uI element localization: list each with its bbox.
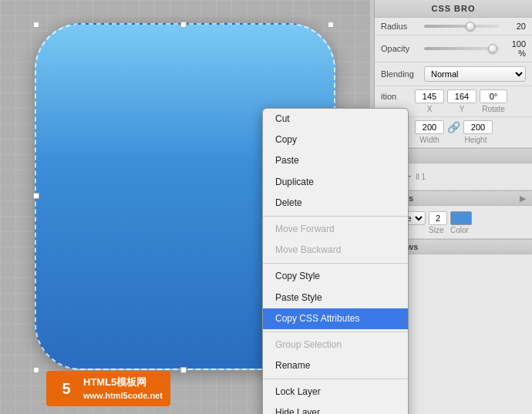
blending-row: Blending Normal [375, 62, 532, 86]
divider-4 [263, 379, 408, 379]
html5-icon: 5 [54, 376, 79, 401]
opacity-row: Opacity 100 % [375, 35, 532, 62]
menu-copy-style[interactable]: Copy Style [263, 266, 408, 287]
menu-move-backward: Move Backward [263, 240, 408, 261]
x-input[interactable] [415, 89, 444, 103]
height-input[interactable] [463, 120, 493, 134]
blending-label: Blending [381, 69, 419, 79]
border-size-input[interactable] [429, 211, 447, 225]
handle-mid-left[interactable] [33, 193, 39, 199]
menu-paste[interactable]: Paste [263, 150, 408, 171]
menu-delete[interactable]: Delete [263, 193, 408, 214]
handle-top-right[interactable] [328, 22, 334, 28]
panel-title: CSS BRO [375, 0, 532, 18]
border-color-swatch[interactable] [450, 211, 472, 225]
radius-row: Radius 20 [375, 18, 532, 35]
rotate-label: Rotate [480, 105, 507, 113]
menu-duplicate[interactable]: Duplicate [263, 172, 408, 193]
opacity-slider-thumb[interactable] [488, 44, 497, 53]
y-label: Y [447, 105, 476, 113]
y-input[interactable] [447, 89, 476, 103]
radius-slider-thumb[interactable] [466, 22, 475, 31]
menu-cut[interactable]: Cut [263, 109, 408, 130]
border-size-label: Size [429, 226, 447, 234]
radius-label: Radius [381, 22, 419, 31]
divider-1 [263, 216, 408, 217]
watermark-text: HTML5模板网 www.html5code.net [83, 375, 163, 402]
fill-label: ll 1 [416, 173, 426, 181]
menu-copy-css[interactable]: Copy CSS Attributes [263, 308, 408, 329]
menu-group-selection: Group Selection [263, 335, 408, 355]
watermark-line2: www.html5code.net [83, 390, 163, 402]
width-input[interactable] [415, 120, 444, 134]
divider-3 [263, 332, 408, 332]
handle-top-left[interactable] [33, 22, 39, 28]
menu-lock-layer[interactable]: Lock Layer [263, 382, 408, 402]
handle-top-mid[interactable] [180, 22, 187, 28]
height-label: Height [461, 136, 490, 144]
position-label: ition [381, 92, 412, 101]
opacity-label: Opacity [381, 44, 419, 53]
handle-bot-mid[interactable] [180, 367, 187, 373]
menu-copy[interactable]: Copy [263, 130, 408, 150]
menu-hide-layer[interactable]: Hide Layer [263, 402, 408, 414]
divider-2 [263, 263, 408, 264]
canvas: Cut Copy Paste Duplicate Delete Move For… [0, 0, 370, 414]
menu-paste-style[interactable]: Paste Style [263, 288, 408, 308]
opacity-value: 100 % [504, 39, 526, 58]
x-label: X [415, 105, 444, 113]
radius-value: 20 [504, 22, 526, 31]
watermark-line1: HTML5模板网 [83, 375, 163, 389]
opacity-slider-track[interactable] [424, 47, 500, 50]
borders-chevron-icon: ▶ [520, 194, 526, 203]
menu-rename[interactable]: Rename [263, 355, 408, 376]
context-menu: Cut Copy Paste Duplicate Delete Move For… [262, 108, 409, 414]
radius-slider-track[interactable] [424, 25, 500, 28]
rotate-input[interactable] [480, 89, 507, 103]
watermark-badge: 5 HTML5模板网 www.html5code.net [46, 371, 170, 406]
width-label: Width [415, 136, 444, 144]
blending-select[interactable]: Normal [424, 66, 526, 82]
border-color-label: Color [450, 226, 472, 234]
handle-bot-left[interactable] [33, 367, 39, 373]
menu-move-forward: Move Forward [263, 219, 408, 240]
